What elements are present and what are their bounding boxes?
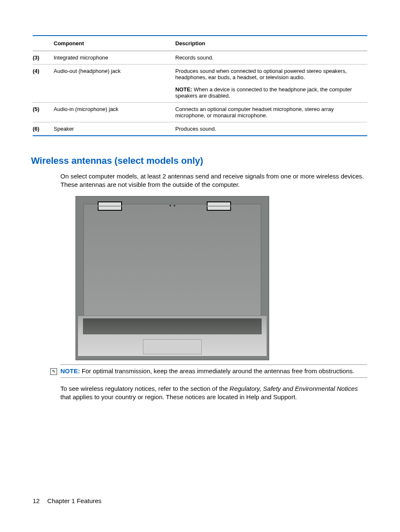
webcam-icon bbox=[169, 205, 175, 207]
reg-italic: Regulatory, Safety and Environmental Not… bbox=[230, 385, 358, 392]
section-heading: Wireless antennas (select models only) bbox=[31, 155, 367, 166]
th-blank bbox=[33, 36, 54, 51]
laptop-base bbox=[78, 315, 267, 356]
touchpad-icon bbox=[143, 339, 202, 354]
note-label: NOTE: bbox=[175, 86, 192, 93]
note-icon: ✎ bbox=[50, 368, 57, 375]
row-desc-text: Produces sound when connected to optiona… bbox=[175, 68, 347, 80]
page-number: 12 bbox=[33, 497, 40, 504]
row-desc: Produces sound. bbox=[175, 122, 367, 136]
row-desc: Connects an optional computer headset mi… bbox=[175, 103, 367, 122]
keyboard-icon bbox=[83, 318, 262, 334]
row-num: (3) bbox=[33, 51, 54, 65]
table-row: (6) Speaker Produces sound. bbox=[33, 122, 367, 136]
th-component: Component bbox=[54, 36, 175, 51]
table-row: (4) Audio-out (headphone) jack Produces … bbox=[33, 65, 367, 103]
row-name: Audio-in (microphone) jack bbox=[54, 103, 175, 122]
row-desc: Records sound. bbox=[175, 51, 367, 65]
row-num: (5) bbox=[33, 103, 54, 122]
component-table: Component Description (3) Integrated mic… bbox=[33, 35, 367, 136]
row-name: Speaker bbox=[54, 122, 175, 136]
row-name: Integrated microphone bbox=[54, 51, 175, 65]
th-description: Description bbox=[175, 36, 367, 51]
row-num: (4) bbox=[33, 65, 54, 103]
antenna-marker-right-icon bbox=[207, 201, 232, 211]
row-name: Audio-out (headphone) jack bbox=[54, 65, 175, 103]
row-desc: Produces sound when connected to optiona… bbox=[175, 65, 367, 103]
page-footer: 12 Chapter 1 Features bbox=[33, 497, 101, 504]
chapter-label: Chapter 1 Features bbox=[47, 497, 101, 504]
reg-prefix: To see wireless regulatory notices, refe… bbox=[60, 385, 230, 392]
reg-suffix: that applies to your country or region. … bbox=[60, 393, 297, 400]
regulatory-paragraph: To see wireless regulatory notices, refe… bbox=[60, 385, 367, 402]
table-row: (3) Integrated microphone Records sound. bbox=[33, 51, 367, 65]
antenna-marker-left-icon bbox=[98, 201, 123, 211]
laptop-illustration bbox=[75, 196, 269, 360]
note-text: When a device is connected to the headph… bbox=[175, 86, 352, 99]
row-num: (6) bbox=[33, 122, 54, 136]
note-block: ✎ NOTE: For optimal transmission, keep t… bbox=[60, 364, 367, 378]
table-row: (5) Audio-in (microphone) jack Connects … bbox=[33, 103, 367, 122]
intro-paragraph: On select computer models, at least 2 an… bbox=[60, 172, 367, 189]
note-label: NOTE: bbox=[60, 367, 80, 374]
note-body: For optimal transmission, keep the areas… bbox=[82, 367, 354, 374]
laptop-screen bbox=[83, 204, 261, 318]
